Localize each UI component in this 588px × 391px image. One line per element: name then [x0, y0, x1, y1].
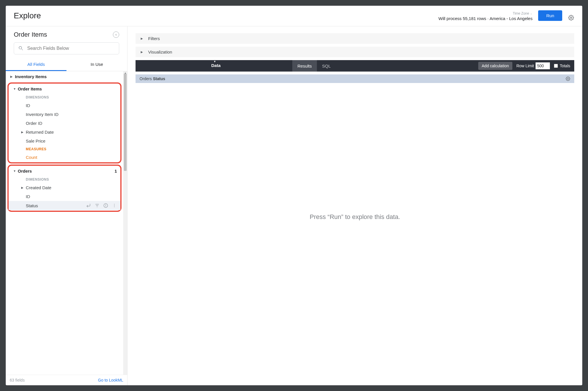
- col-header-field: Status: [153, 76, 165, 81]
- row-count-meta: Will process 55,181 rows · America - Los…: [438, 16, 532, 21]
- dimensions-label: DIMENSIONS: [9, 176, 120, 183]
- column-gear-icon[interactable]: [566, 76, 570, 81]
- empty-state-prompt: Press “Run” to explore this data.: [128, 83, 582, 385]
- caret-down-icon: ▼: [13, 87, 18, 90]
- go-to-lookml-link[interactable]: Go to LookML: [98, 378, 123, 382]
- field-tabs: All Fields In Use: [6, 58, 127, 71]
- timezone-picker[interactable]: Time Zone ⌄: [513, 11, 533, 15]
- svg-point-9: [114, 206, 115, 207]
- field-id[interactable]: ID: [9, 101, 120, 110]
- svg-point-7: [114, 204, 115, 204]
- row-limit-label: Row Limit: [516, 64, 534, 68]
- gear-icon[interactable]: [568, 15, 574, 21]
- caret-right-icon: ▶: [141, 37, 145, 40]
- search-input[interactable]: [27, 46, 115, 51]
- visualization-panel-header[interactable]: ▶ Visualization: [136, 47, 574, 57]
- filter-icon[interactable]: [95, 203, 100, 208]
- tab-in-use[interactable]: In Use: [66, 58, 127, 71]
- search-icon: [18, 46, 24, 51]
- view-inventory-items[interactable]: ▶ Inventory Items: [6, 72, 123, 81]
- collapse-sidebar-button[interactable]: ‹: [113, 31, 119, 38]
- page-title: Explore: [14, 11, 41, 20]
- svg-point-8: [114, 205, 115, 206]
- run-button[interactable]: Run: [538, 10, 562, 21]
- sql-tab[interactable]: SQL: [317, 60, 336, 72]
- totals-toggle[interactable]: Totals: [554, 64, 570, 68]
- field-count: 63 fields: [10, 378, 25, 382]
- view-orders[interactable]: ▼ Orders 1: [9, 166, 120, 176]
- field-tree-wrap: ▶ Inventory Items ▼ Order Items DIMENSIO…: [6, 71, 127, 375]
- field-created-date[interactable]: ▶Created Date: [9, 183, 120, 192]
- caret-right-icon: ▶: [10, 75, 15, 78]
- svg-point-10: [567, 78, 569, 79]
- sidebar-footer: 63 fields Go to LookML: [6, 375, 127, 385]
- info-icon[interactable]: [103, 203, 108, 208]
- data-column-header[interactable]: Orders Status: [136, 74, 574, 83]
- orders-selected-count: 1: [115, 169, 117, 173]
- sidebar-title: Order Items: [14, 31, 47, 38]
- highlight-orders: ▼ Orders 1 DIMENSIONS ▶Created Date ID S…: [7, 165, 121, 212]
- header-bar: Explore Time Zone ⌄ Will process 55,181 …: [6, 6, 582, 26]
- caret-right-icon: ▶: [141, 50, 145, 54]
- svg-point-6: [106, 205, 106, 205]
- totals-checkbox[interactable]: [554, 64, 558, 68]
- kebab-icon[interactable]: [112, 203, 117, 208]
- search-input-wrap[interactable]: [14, 42, 119, 54]
- field-returned-date[interactable]: ▶Returned Date: [9, 128, 120, 137]
- data-tab[interactable]: Data: [140, 60, 292, 72]
- chevron-left-icon: ‹: [115, 33, 117, 37]
- view-order-items[interactable]: ▼ Order Items: [9, 84, 120, 94]
- main-panel: ▶ Filters ▶ Visualization Data Results S…: [128, 26, 582, 385]
- tab-all-fields[interactable]: All Fields: [6, 58, 66, 71]
- chevron-down-icon: ⌄: [530, 12, 532, 15]
- field-tree: ▶ Inventory Items ▼ Order Items DIMENSIO…: [6, 71, 123, 375]
- caret-down-icon: ▼: [13, 169, 18, 173]
- highlight-order-items: ▼ Order Items DIMENSIONS ID Inventory It…: [7, 82, 121, 163]
- col-header-view: Orders: [140, 76, 152, 81]
- measures-label: MEASURES: [9, 145, 120, 153]
- field-order-id[interactable]: Order ID: [9, 119, 120, 128]
- field-count[interactable]: Count: [9, 153, 120, 162]
- results-tab[interactable]: Results: [292, 60, 317, 72]
- field-inventory-item-id[interactable]: Inventory Item ID: [9, 110, 120, 119]
- field-orders-id[interactable]: ID: [9, 192, 120, 201]
- sidebar: Order Items ‹ All Fields In Use ▶: [6, 26, 128, 385]
- body-split: Order Items ‹ All Fields In Use ▶: [6, 26, 582, 385]
- field-status[interactable]: Status: [9, 201, 120, 210]
- header-meta: Time Zone ⌄ Will process 55,181 rows · A…: [438, 11, 532, 21]
- filters-panel-header[interactable]: ▶ Filters: [136, 33, 574, 44]
- caret-right-icon: ▶: [21, 186, 26, 189]
- svg-point-0: [571, 17, 572, 19]
- pivot-icon[interactable]: [86, 203, 91, 208]
- add-calculation-button[interactable]: Add calculation: [478, 62, 512, 70]
- scrollbar[interactable]: ▴: [123, 71, 127, 375]
- field-sale-price[interactable]: Sale Price: [9, 137, 120, 145]
- header-right: Time Zone ⌄ Will process 55,181 rows · A…: [438, 10, 574, 21]
- scroll-thumb[interactable]: [124, 74, 127, 171]
- data-bar: Data Results SQL Add calculation Row Lim…: [136, 60, 574, 72]
- row-limit-input[interactable]: [536, 62, 550, 69]
- app-window: Explore Time Zone ⌄ Will process 55,181 …: [6, 6, 582, 385]
- row-limit: Row Limit: [516, 62, 550, 69]
- caret-right-icon: ▶: [21, 131, 26, 134]
- dimensions-label: DIMENSIONS: [9, 94, 120, 101]
- totals-label: Totals: [560, 64, 570, 68]
